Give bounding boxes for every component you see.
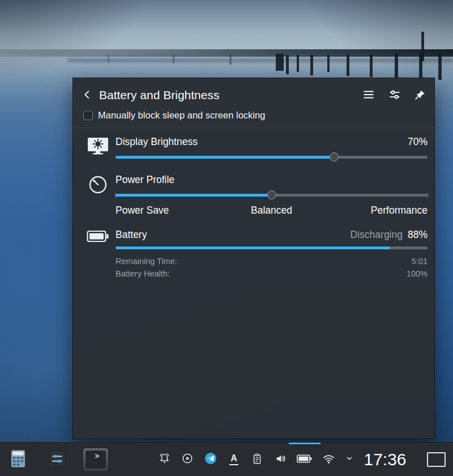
clipboard-tray-button[interactable] <box>250 453 264 466</box>
wifi-tray-button[interactable] <box>322 453 335 466</box>
terminal-icon: > <box>83 448 109 471</box>
brightness-label: Display Brightness <box>116 135 198 148</box>
block-sleep-label: Manually block sleep and screen locking <box>98 110 265 121</box>
media-player-tray-button[interactable] <box>181 453 194 466</box>
clock[interactable]: 17:36 <box>358 443 412 476</box>
pier-post <box>310 55 313 75</box>
volume-icon <box>274 452 287 467</box>
block-sleep-row[interactable]: Manually block sleep and screen locking <box>83 110 428 121</box>
power-profile-options: Power Save Balanced Performance <box>116 205 428 216</box>
pin-button[interactable] <box>413 87 428 104</box>
battery-value: 88% <box>408 228 428 241</box>
taskbar: > <box>0 442 453 476</box>
pier-post <box>347 54 349 76</box>
calculator-launcher[interactable] <box>9 449 27 470</box>
pier-post <box>276 54 284 71</box>
notifications-tray-button[interactable] <box>157 453 171 466</box>
show-desktop-button[interactable] <box>427 452 446 467</box>
sliders-tile-icon <box>48 449 67 470</box>
power-profile-handle[interactable] <box>267 190 276 199</box>
power-profile-fill <box>116 194 272 197</box>
terminal-prompt-glyph: > <box>95 452 100 461</box>
terminal-task-button[interactable]: > <box>83 448 109 471</box>
keyboard-layout-icon: A <box>229 454 238 465</box>
telegram-icon <box>204 452 217 467</box>
pier-post <box>438 54 442 80</box>
clipboard-icon <box>251 452 263 467</box>
sliders-configure-icon <box>388 88 401 103</box>
keyboard-layout-tray-button[interactable]: A <box>227 453 241 466</box>
media-play-icon <box>181 452 194 466</box>
block-sleep-checkbox[interactable] <box>83 110 93 120</box>
pier-post <box>297 55 299 72</box>
volume-tray-button[interactable] <box>273 453 287 466</box>
detail-row: Battery Health: 100% <box>116 267 428 280</box>
pier-post <box>395 54 398 78</box>
back-chevron-icon <box>81 88 93 103</box>
desktop: Battery and Brightness <box>0 0 453 476</box>
pier-post <box>419 54 422 79</box>
overflow-menu-button[interactable] <box>361 87 377 104</box>
popup-header: Battery and Brightness <box>80 85 428 105</box>
popup-content: Display Brightness 70% <box>80 128 428 280</box>
battery-health-value: 100% <box>407 267 428 280</box>
calculator-icon <box>9 449 27 470</box>
pier-post <box>229 54 232 65</box>
power-profile-label: Power Profile <box>116 173 174 186</box>
profile-option-balanced[interactable]: Balanced <box>220 205 324 216</box>
battery-popup: Battery and Brightness <box>72 78 435 439</box>
pier-post <box>108 54 109 62</box>
hamburger-menu-icon <box>362 88 375 103</box>
battery-row: Battery Discharging 88% Remaining Time: … <box>80 228 428 280</box>
pier-post <box>173 54 174 63</box>
battery-details: Remaining Time: 5:01 Battery Health: 100… <box>116 255 428 280</box>
pier-silhouette <box>0 49 453 54</box>
battery-charge-fill <box>116 246 390 249</box>
monitor-brightness-icon <box>80 135 116 162</box>
battery-charge-bar <box>116 246 428 249</box>
power-profile-row: Power Profile Power Save Balanced <box>80 173 428 216</box>
pier-underside <box>0 54 453 57</box>
telegram-tray-button[interactable] <box>204 453 217 466</box>
system-tray: A <box>157 443 354 476</box>
battery-tray-button[interactable] <box>297 453 312 466</box>
battery-tray-icon <box>297 454 312 465</box>
detail-row: Remaining Time: 5:01 <box>116 255 428 267</box>
wifi-icon <box>322 452 335 467</box>
configure-button[interactable] <box>387 87 403 104</box>
bell-icon <box>158 452 171 467</box>
pier-post <box>286 55 289 74</box>
brightness-slider[interactable] <box>116 152 428 162</box>
speedometer-icon <box>80 173 116 216</box>
brightness-value: 70% <box>408 135 428 148</box>
brightness-track[interactable] <box>116 156 428 159</box>
remaining-time-label: Remaining Time: <box>116 255 177 267</box>
mixer-launcher[interactable] <box>48 449 67 470</box>
profile-option-power-save[interactable]: Power Save <box>116 205 220 216</box>
pin-icon <box>414 88 426 103</box>
tray-expander-button[interactable] <box>345 453 354 466</box>
battery-label: Battery <box>116 228 147 241</box>
battery-icon <box>80 228 116 280</box>
remaining-time-value: 5:01 <box>412 255 428 267</box>
brightness-fill <box>116 156 334 159</box>
brightness-handle[interactable] <box>330 152 339 162</box>
chevron-down-icon <box>345 454 353 464</box>
pier-post <box>370 54 373 77</box>
brightness-row: Display Brightness 70% <box>80 135 428 162</box>
battery-health-label: Battery Health: <box>116 267 170 280</box>
header-actions <box>361 87 428 104</box>
pier-post <box>327 55 330 72</box>
back-button[interactable] <box>80 87 95 104</box>
battery-status: Discharging <box>351 228 403 241</box>
profile-option-performance[interactable]: Performance <box>323 205 428 216</box>
power-profile-slider[interactable] <box>116 190 428 199</box>
popup-title: Battery and Brightness <box>99 88 219 102</box>
